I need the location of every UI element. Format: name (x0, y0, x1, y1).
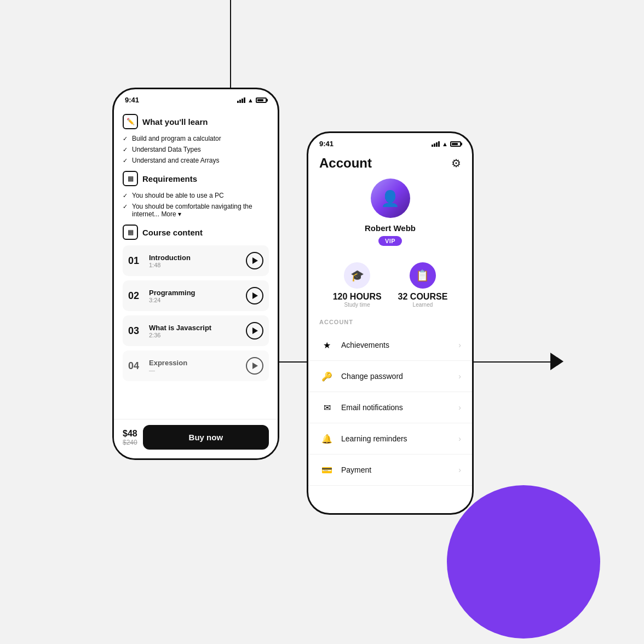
lesson-info-4: Expression — (149, 359, 240, 373)
lesson-name-3: What is Javascript (149, 324, 240, 332)
chevron-achievements: › (458, 341, 461, 349)
stat-icon-hours: 🎓 (344, 262, 370, 289)
status-icons-1: ▲ (237, 97, 267, 104)
account-header: Account ⚙ (308, 151, 472, 179)
achievements-label: Achievements (341, 341, 452, 349)
lesson-info-2: Programming 3:24 (149, 289, 240, 303)
requirements-header: ▦ Requirements (123, 171, 269, 186)
battery-icon (256, 97, 267, 103)
lesson-info-1: Introduction 1:48 (149, 254, 240, 268)
purple-circle-decoration (447, 485, 600, 639)
lesson-item-3: 03 What is Javascript 2:36 (123, 315, 269, 346)
play-triangle-1 (252, 257, 258, 264)
menu-item-learning-reminders[interactable]: 🔔 Learning reminders › (308, 423, 472, 455)
play-triangle-3 (252, 327, 258, 334)
achievements-icon: ★ (319, 337, 335, 353)
checkmark-2: ✓ (123, 146, 128, 153)
lesson-item-1: 01 Introduction 1:48 (123, 245, 269, 276)
lesson-name-1: Introduction (149, 254, 240, 262)
battery-icon-2 (450, 141, 461, 147)
lesson-duration-1: 1:48 (149, 262, 240, 268)
play-triangle-4 (252, 363, 258, 369)
checkmark-3: ✓ (123, 157, 128, 164)
lesson-number-2: 02 (128, 290, 143, 302)
price-original: $240 (123, 439, 137, 446)
play-btn-2[interactable] (246, 287, 263, 304)
vip-badge: VIP (378, 236, 402, 246)
lesson-info-3: What is Javascript 2:36 (149, 324, 240, 338)
password-icon: 🔑 (319, 369, 335, 384)
stat-label-courses: Learned (398, 302, 448, 308)
price-block: $48 $240 (123, 429, 137, 446)
menu-item-payment[interactable]: 💳 Payment › (308, 455, 472, 486)
password-label: Change password (341, 372, 452, 381)
lesson-item-4: 04 Expression — (123, 350, 269, 381)
stat-icon-courses: 📋 (410, 262, 436, 289)
req-title: Requirements (142, 174, 197, 183)
req-item-text-2: You should be comfortable navigating the… (132, 203, 269, 218)
stat-value-courses: 32 COURSE (398, 292, 448, 302)
learn-item-3: ✓ Understand and create Arrays (123, 157, 269, 164)
status-bar-2: 9:41 ▲ (308, 133, 472, 151)
checkmark-r1: ✓ (123, 192, 128, 199)
play-btn-1[interactable] (246, 252, 263, 269)
wifi-icon-2: ▲ (442, 141, 448, 147)
req-item-1: ✓ You should be able to use a PC (123, 192, 269, 199)
play-btn-3[interactable] (246, 322, 263, 340)
learn-icon: ✏️ (123, 114, 138, 129)
payment-icon: 💳 (319, 462, 335, 478)
signal-icon-2 (432, 141, 440, 147)
lesson-name-4: Expression (149, 359, 240, 367)
chevron-email: › (458, 403, 461, 412)
menu-item-password[interactable]: 🔑 Change password › (308, 361, 472, 392)
email-icon: ✉ (319, 400, 335, 415)
avatar: 👤 (371, 179, 410, 218)
learn-item-text-2: Understand Data Types (132, 146, 201, 153)
checkmark-r2: ✓ (123, 203, 128, 210)
status-bar-1: 9:41 ▲ (114, 89, 278, 107)
what-you-learn-header: ✏️ What you'll learn (123, 114, 269, 129)
profile-name: Robert Webb (365, 223, 416, 233)
account-section-label: ACCOUNT (308, 319, 472, 330)
lesson-duration-3: 2:36 (149, 332, 240, 338)
lesson-duration-2: 3:24 (149, 297, 240, 303)
buy-button[interactable]: Buy now (143, 425, 269, 450)
menu-item-achievements[interactable]: ★ Achievements › (308, 330, 472, 361)
lesson-name-2: Programming (149, 289, 240, 297)
phone-account: 9:41 ▲ Account ⚙ 👤 Robert Webb VIP 🎓 120… (307, 131, 474, 515)
chevron-password: › (458, 372, 461, 381)
play-btn-4[interactable] (246, 357, 263, 375)
learn-title: What you'll learn (142, 117, 208, 127)
arrow-right-icon (550, 353, 564, 370)
profile-section: 👤 Robert Webb VIP (308, 179, 472, 257)
stat-label-hours: Study time (333, 302, 382, 308)
content-icon: ▦ (123, 225, 138, 240)
chevron-payment: › (458, 465, 461, 474)
chevron-reminders: › (458, 434, 461, 443)
lesson-number-4: 04 (128, 360, 143, 372)
lesson-number-1: 01 (128, 255, 143, 267)
status-time-2: 9:41 (319, 140, 334, 148)
stat-value-hours: 120 HOURS (333, 292, 382, 302)
content-title: Course content (142, 228, 203, 237)
status-icons-2: ▲ (432, 141, 461, 147)
learn-item-1: ✓ Build and program a calculator (123, 135, 269, 142)
gear-icon[interactable]: ⚙ (451, 157, 461, 170)
buy-bar: $48 $240 Buy now (114, 419, 278, 458)
more-link[interactable]: More (161, 210, 176, 218)
bell-icon: 🔔 (319, 431, 335, 446)
menu-item-email-notifications[interactable]: ✉ Email notifications › (308, 392, 472, 423)
learn-item-text-3: Understand and create Arrays (132, 157, 219, 164)
account-title: Account (319, 156, 372, 171)
phone-course: 9:41 ▲ ✏️ What you'll learn ✓ Build and … (112, 88, 279, 460)
lesson-item-2: 02 Programming 3:24 (123, 280, 269, 311)
lesson-number-3: 03 (128, 325, 143, 337)
signal-icon (237, 97, 245, 103)
phone1-content: ✏️ What you'll learn ✓ Build and program… (114, 107, 278, 386)
wifi-icon: ▲ (248, 97, 254, 104)
payment-label: Payment (341, 465, 452, 474)
status-time-1: 9:41 (125, 96, 139, 104)
stats-row: 🎓 120 HOURS Study time 📋 32 COURSE Learn… (308, 257, 472, 319)
req-icon: ▦ (123, 171, 138, 186)
price-current: $48 (123, 429, 137, 439)
